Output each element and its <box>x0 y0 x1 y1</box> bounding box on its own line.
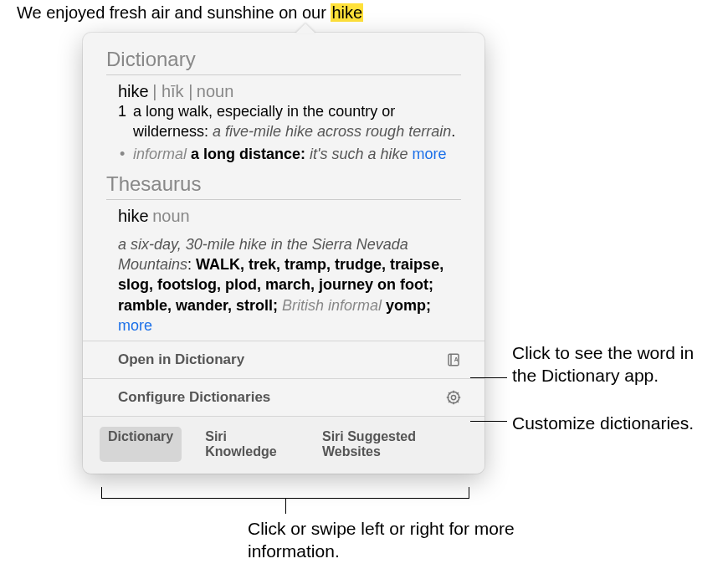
lookup-popover: Dictionary hike | hīk | noun 1 a long wa… <box>83 23 484 474</box>
configure-dictionaries-row[interactable]: Configure Dictionaries <box>83 379 484 416</box>
tab-siri-knowledge[interactable]: Siri Knowledge <box>197 427 299 462</box>
popover-arrow <box>295 23 315 33</box>
thesaurus-pos: noun <box>152 207 190 225</box>
thesaurus-more-link[interactable]: more <box>118 317 152 334</box>
configure-dictionaries-label: Configure Dictionaries <box>118 389 270 406</box>
informal-label: informal <box>133 146 187 162</box>
thesaurus-entry: hike noun <box>106 207 461 226</box>
dictionary-sense: 1 a long walk, especially in the country… <box>118 101 461 142</box>
thesaurus-body: a six-day, 30-mile hike in the Sierra Ne… <box>106 234 461 336</box>
definition-example: a five-mile hike across rough terrain <box>213 123 451 140</box>
tab-dictionary[interactable]: Dictionary <box>100 427 182 462</box>
callout-line-configure <box>470 421 507 422</box>
callout-line-open <box>470 377 507 378</box>
callout-open-in-dictionary: Click to see the word in the Dictionary … <box>512 341 721 387</box>
sense-number: 1 <box>118 101 126 121</box>
tabs-bracket <box>101 487 469 499</box>
sentence-text: We enjoyed fresh air and sunshine on our <box>17 3 331 22</box>
dictionary-entry: hike | hīk | noun 1 a long walk, especia… <box>106 82 461 164</box>
tab-siri-websites[interactable]: Siri Suggested Websites <box>314 427 468 462</box>
thesaurus-headword: hike <box>118 207 149 225</box>
open-in-dictionary-label: Open in Dictionary <box>118 351 244 368</box>
callout-tabs: Click or swipe left or right for more in… <box>248 517 515 563</box>
thesaurus-brit-syn: yomp; <box>382 297 431 314</box>
bullet-icon: • <box>120 144 125 164</box>
thesaurus-section-title: Thesaurus <box>106 172 461 200</box>
gear-icon <box>446 390 461 405</box>
dictionary-subsense: • informal a long distance: it's such a … <box>118 144 461 164</box>
dictionary-pronunciation: | hīk | <box>152 82 192 100</box>
source-sentence: We enjoyed fresh air and sunshine on our… <box>17 3 363 23</box>
callout-configure: Customize dictionaries. <box>512 412 713 434</box>
highlighted-word: hike <box>331 3 363 22</box>
subsense-example: it's such a hike <box>310 146 413 162</box>
dictionary-pos: noun <box>197 82 234 100</box>
svg-text:A: A <box>454 356 459 362</box>
svg-point-3 <box>451 396 455 400</box>
thesaurus-primary-synonym: WALK <box>196 256 240 273</box>
subsense-def: a long distance: <box>187 146 310 162</box>
british-informal-label: British informal <box>282 297 382 314</box>
open-in-dictionary-row[interactable]: Open in Dictionary A <box>83 341 484 378</box>
book-icon: A <box>446 352 461 367</box>
dictionary-more-link[interactable]: more <box>413 146 447 162</box>
dictionary-headword: hike <box>118 82 149 100</box>
dictionary-section-title: Dictionary <box>106 48 461 75</box>
source-tabbar: Dictionary Siri Knowledge Siri Suggested… <box>83 416 484 474</box>
